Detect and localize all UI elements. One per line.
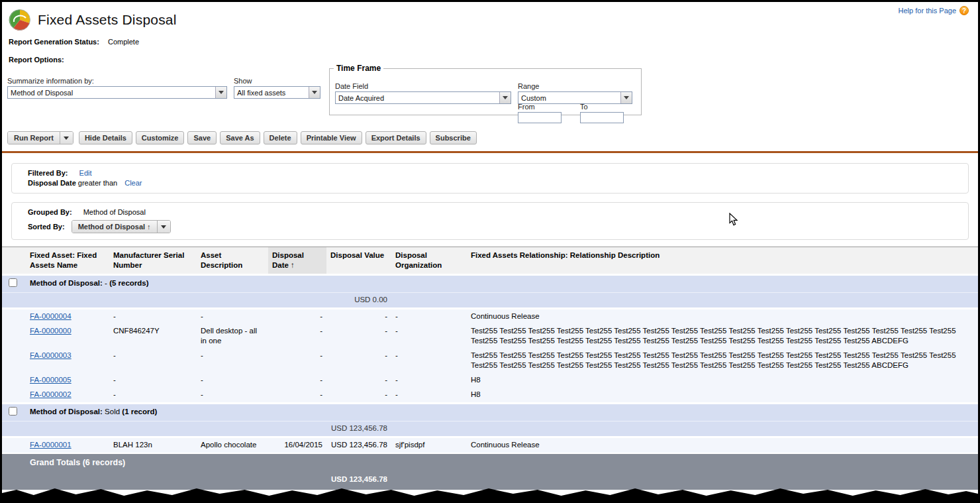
from-label: From (518, 103, 562, 111)
cell-disposal-date: - (268, 309, 326, 325)
report-generation-status: Report Generation Status: Complete (9, 38, 978, 46)
chevron-down-icon[interactable] (215, 87, 226, 98)
date-field-select[interactable]: Date Acquired (335, 91, 511, 104)
chevron-down-icon[interactable] (499, 92, 511, 103)
range-block: Range Custom (518, 82, 632, 104)
run-report-menu-arrow-icon[interactable] (60, 132, 73, 144)
save-button[interactable]: Save (187, 131, 217, 144)
show-select[interactable]: All fixed assets (234, 86, 320, 99)
chevron-down-icon[interactable] (309, 87, 320, 98)
asset-link[interactable]: FA-0000003 (30, 351, 72, 359)
status-value: Complete (108, 38, 139, 46)
subtotal-value: USD 123,456.78 (326, 421, 391, 437)
chevron-down-icon[interactable] (620, 92, 632, 103)
subscribe-button[interactable]: Subscribe (430, 131, 477, 144)
row-checkbox-cell (2, 349, 26, 373)
export-details-button[interactable]: Export Details (366, 131, 426, 144)
cell-relationship-description: H8 (467, 373, 978, 388)
column-header-description[interactable]: Asset Description (197, 247, 268, 275)
table-row: FA-0000003 - - - - - Test255 Test255 Tes… (2, 349, 978, 373)
subtotal-value: USD 0.00 (326, 293, 391, 309)
filter-field: Disposal Date (28, 179, 76, 187)
edit-filter-link[interactable]: Edit (79, 169, 92, 177)
cell-description: - (197, 309, 268, 325)
customize-button[interactable]: Customize (136, 131, 185, 144)
grand-totals-label: Grand Totals (6 records) (26, 453, 978, 472)
printable-view-button[interactable]: Printable View (301, 131, 362, 144)
clear-filter-link[interactable]: Clear (124, 179, 142, 187)
filter-operator: greater than (78, 179, 117, 187)
status-label: Report Generation Status: (9, 38, 99, 46)
cell-disposal-organization: - (391, 324, 467, 349)
grand-totals-spacer (2, 453, 26, 472)
cell-serial: CNF846247Y (109, 324, 197, 349)
cell-description: - (197, 349, 268, 373)
show-label: Show (234, 77, 320, 85)
grand-totals-row: Grand Totals (6 records) (2, 453, 978, 472)
cell-serial: - (109, 388, 197, 404)
group-subtotal-row: USD 0.00 (2, 293, 978, 309)
save-as-button[interactable]: Save As (220, 131, 260, 144)
cell-asset-name: FA-0000001 (26, 437, 109, 454)
subtotal-spacer (2, 421, 326, 437)
report-table: Fixed Asset: Fixed Assets Name Manufactu… (2, 247, 978, 490)
filter-criteria-line: Disposal Date greater than Clear (28, 179, 961, 187)
asset-link[interactable]: FA-0000004 (30, 312, 72, 320)
column-header-asset-name[interactable]: Fixed Asset: Fixed Assets Name (26, 247, 109, 275)
report-options-row: Summarize information by: Method of Disp… (2, 64, 978, 123)
report-logo-icon (9, 9, 31, 31)
grouping-box: Grouped By: Method of Disposal Sorted By… (11, 202, 969, 240)
cell-disposal-date: - (268, 349, 326, 373)
grouped-by-label: Grouped By: (28, 208, 72, 216)
sort-menu-arrow-icon[interactable] (157, 221, 170, 233)
column-header-disposal-value[interactable]: Disposal Value (326, 247, 391, 275)
cell-asset-name: FA-0000000 (26, 324, 109, 349)
column-header-disposal-organization[interactable]: Disposal Organization (391, 247, 467, 275)
column-sort-arrow-icon: ↑ (291, 261, 295, 269)
asset-link[interactable]: FA-0000001 (30, 441, 72, 449)
filtered-by-label: Filtered By: (28, 169, 68, 177)
sort-field-button[interactable]: Method of Disposal↑ (72, 221, 157, 233)
group-title-cell: Method of Disposal: - (5 records) (26, 275, 978, 293)
run-report-button[interactable]: Run Report (8, 132, 60, 144)
asset-link[interactable]: FA-0000002 (30, 390, 72, 398)
group-checkbox-cell (2, 404, 26, 421)
to-date-input[interactable] (580, 112, 624, 123)
grand-totals-value: USD 123,456.78 (326, 472, 391, 490)
cell-disposal-organization: - (391, 349, 467, 373)
table-row: FA-0000000 CNF846247Y Dell desktop - all… (2, 324, 978, 349)
table-header-row: Fixed Asset: Fixed Assets Name Manufactu… (2, 247, 978, 275)
group-select-checkbox[interactable] (9, 278, 17, 287)
help-icon[interactable]: ? (959, 6, 969, 15)
cell-disposal-date: - (268, 373, 326, 388)
range-selected-value: Custom (521, 94, 546, 102)
sort-direction-arrow-icon: ↑ (147, 223, 151, 231)
to-block: To (580, 103, 624, 123)
from-date-input[interactable] (518, 112, 562, 123)
column-header-disposal-date[interactable]: Disposal Date↑ (268, 247, 326, 275)
group-record-count: (5 records) (109, 279, 148, 287)
cell-relationship-description: Continuous Release (467, 437, 978, 454)
asset-link[interactable]: FA-0000000 (30, 327, 72, 335)
row-checkbox-cell (2, 388, 26, 404)
group-record-count: (1 record) (122, 408, 157, 416)
checkbox-column-header (2, 247, 26, 275)
group-select-checkbox[interactable] (9, 407, 17, 416)
time-frame-legend: Time Frame (334, 64, 383, 73)
group-checkbox-cell (2, 275, 26, 293)
range-label: Range (518, 82, 632, 90)
column-header-serial[interactable]: Manufacturer Serial Number (109, 247, 197, 275)
cell-disposal-date: - (268, 388, 326, 404)
asset-link[interactable]: FA-0000005 (30, 376, 72, 384)
help-for-this-page-link[interactable]: Help for this Page (899, 7, 956, 15)
cell-disposal-value: - (326, 349, 391, 373)
cell-disposal-value: - (326, 309, 391, 325)
cell-relationship-description: H8 (467, 388, 978, 404)
group-value: - (105, 279, 107, 287)
column-header-relationship-description[interactable]: Fixed Assets Relationship: Relationship … (467, 247, 978, 275)
to-label: To (580, 103, 624, 111)
hide-details-button[interactable]: Hide Details (79, 131, 132, 144)
page-header: Fixed Assets Disposal Help for this Page… (2, 2, 978, 31)
delete-button[interactable]: Delete (264, 131, 297, 144)
summarize-select[interactable]: Method of Disposal (7, 86, 227, 99)
